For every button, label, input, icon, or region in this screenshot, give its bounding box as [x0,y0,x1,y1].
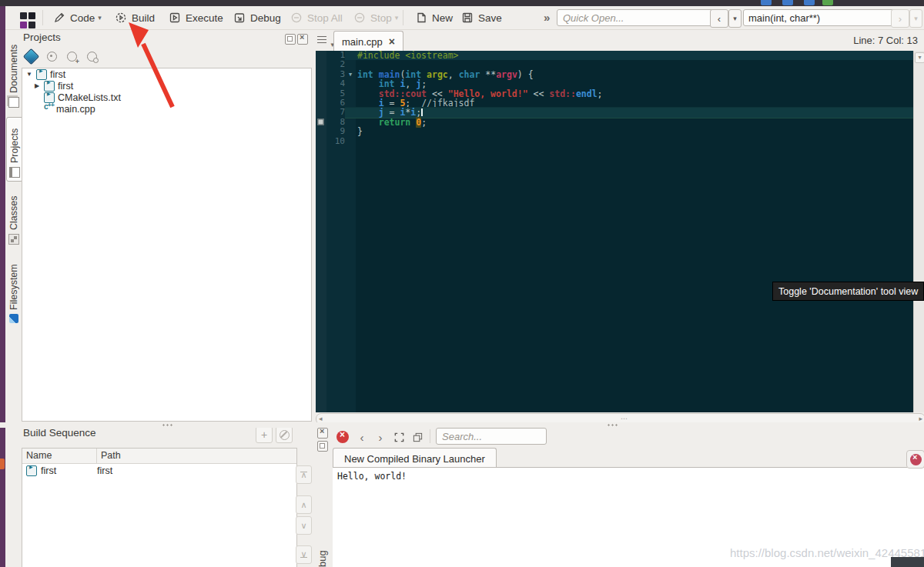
remove-build-item-button[interactable] [276,426,293,443]
build-button[interactable]: Build [115,8,155,27]
debug-toolview-tab[interactable]: bug [316,535,330,567]
text-cursor [421,108,423,116]
tree-item[interactable]: CMakeLists.txt [22,92,311,103]
output-search-input[interactable] [436,428,547,445]
close-tab-icon[interactable]: × [389,35,395,48]
history-back-dropdown[interactable]: ▾ [728,9,742,28]
move-bottom-button[interactable]: ∨ [296,545,312,564]
column-header-path[interactable]: Path [97,449,124,463]
code-line[interactable]: 9} [316,127,913,136]
sidebar-tab-documents[interactable]: Documents [6,40,22,111]
build-sequence-row[interactable]: firstfirst [22,464,296,478]
document-list-button[interactable]: ▾ [317,35,333,47]
splitter-grip[interactable] [162,424,172,426]
background-window-corner [891,557,924,567]
stop-all-icon [290,12,303,24]
close-launcher-button[interactable] [906,450,924,469]
forward-chevron-icon: › [899,13,902,25]
close-panel-icon[interactable] [297,34,308,45]
editor-vertical-scrollbar[interactable]: ▾ [913,51,924,412]
close-red-icon [910,454,922,465]
fold-spacer [345,127,356,136]
launcher-output-tab-label: New Compiled Binary Launcher [344,453,485,465]
cpp-file-icon [44,105,53,114]
editor-tab-main-cpp[interactable]: main.cpp × [333,31,403,52]
sidebar-tab-classes[interactable]: Classes [6,189,22,248]
horizontal-splitter[interactable] [0,422,924,428]
quick-open-input[interactable] [557,9,717,26]
code-line[interactable]: 8 return 0; [316,118,913,127]
chevron-down-icon: ▾ [733,15,737,22]
sidebar-tab-projects[interactable]: Projects [6,117,23,182]
build-icon [115,12,127,24]
detach-panel-icon[interactable] [285,34,296,45]
close-toolview-icon[interactable] [317,428,328,439]
scroll-down-icon[interactable]: ▾ [915,52,924,63]
tree-item[interactable]: ▶first [22,80,311,92]
line-number: 4 [326,79,345,88]
move-up-button[interactable]: ∧ [296,495,312,514]
save-button[interactable]: Save [461,8,502,27]
debug-icon [233,12,246,24]
classes-icon [8,234,19,245]
project-configure-button[interactable] [47,52,57,62]
app-menu-button[interactable] [19,12,38,30]
add-build-item-button[interactable]: + [256,426,273,443]
bar-icon [300,557,307,559]
previous-icon: ‹ [360,431,364,444]
tree-item[interactable]: ▼first [22,68,311,80]
build-sequence-body: firstfirst [22,464,296,478]
documents-icon [8,97,19,108]
toolbar-overflow-icon[interactable]: » [544,11,550,24]
expander-icon[interactable]: ▼ [25,71,33,78]
save-button-label: Save [478,12,502,24]
app-grid-icon [20,12,27,19]
execute-button[interactable]: Execute [169,8,223,27]
stop-icon [353,12,366,24]
launcher-output-tab[interactable]: New Compiled Binary Launcher [333,448,497,469]
symbol-combobox[interactable] [743,9,896,26]
next-item-button[interactable]: › [373,430,387,444]
move-down-button[interactable]: ∨ [296,516,312,535]
project-prune-button[interactable] [87,52,97,62]
copy-output-button[interactable] [410,430,424,444]
save-icon [461,12,474,24]
filesystem-icon [9,314,18,323]
debug-button-label: Debug [250,12,281,24]
column-header-name[interactable]: Name [22,449,97,463]
stop-all-button-label: Stop All [307,12,343,24]
stop-job-button[interactable] [336,430,350,444]
expander-icon[interactable]: ▶ [33,82,41,89]
kdevelop-build-icon [23,48,39,65]
project-item-icon [26,465,37,476]
history-forward-dropdown[interactable]: ▾ [909,9,922,28]
project-install-button[interactable] [67,52,77,62]
detach-toolview-icon[interactable] [317,441,328,452]
line-number: 2 [326,60,345,69]
tree-item[interactable]: main.cpp [22,103,311,115]
project-item-icon [44,81,55,92]
focus-output-button[interactable] [392,430,406,444]
sidebar-tab-label: Classes [8,196,19,230]
previous-item-button[interactable]: ‹ [355,430,369,444]
desktop-left-strip [0,6,5,567]
code-button[interactable]: Code ▾ [53,8,102,27]
stop-button[interactable]: Stop ▾ [353,8,398,27]
code-line[interactable]: 10 [316,137,913,146]
cursor-position-status: Line: 7 Col: 13 [853,35,918,46]
code-editor[interactable]: 1#include <iostream>23▼int main(int argc… [316,51,913,412]
code-line[interactable]: 1#include <iostream> [316,51,913,60]
sidebar-tab-filesystem[interactable]: Filesystem [6,252,22,326]
debug-button[interactable]: Debug [233,8,281,27]
sidebar-tab-label: Filesystem [8,264,19,310]
project-build-button[interactable] [25,51,37,62]
project-item-icon [36,69,47,80]
code-button-label: Code [70,12,95,24]
new-button[interactable]: New [415,8,453,27]
fold-icon[interactable]: ▼ [345,70,356,79]
history-forward-button[interactable]: › [891,9,909,28]
splitter-grip[interactable] [607,424,618,426]
history-back-button[interactable]: ‹ [710,9,728,28]
move-top-button[interactable]: ∧ [296,465,312,484]
stop-all-button[interactable]: Stop All [290,8,343,27]
